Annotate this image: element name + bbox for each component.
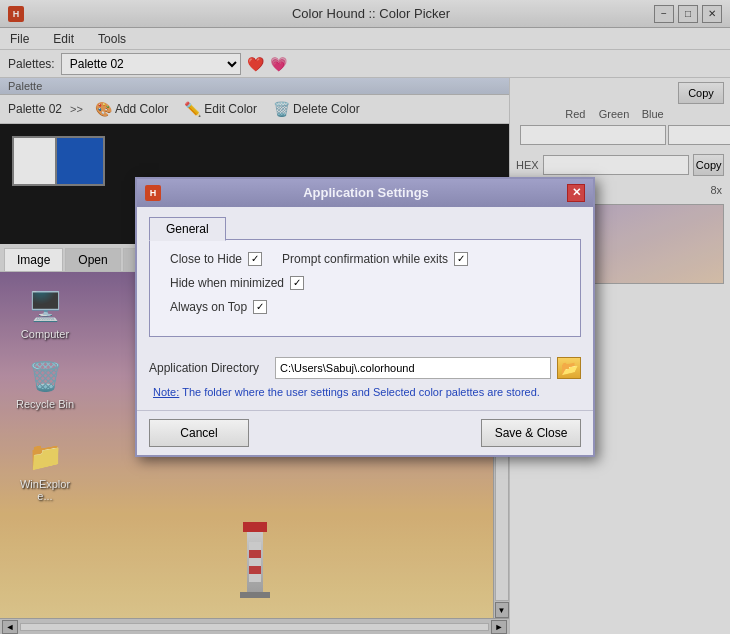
settings-dialog: H Application Settings ✕ General Close t… [135, 177, 595, 457]
cancel-button[interactable]: Cancel [149, 419, 249, 447]
close-to-hide-setting: Close to Hide ✓ [170, 252, 262, 266]
settings-row-2: Hide when minimized ✓ [170, 276, 560, 290]
app-dir-row: Application Directory 📂 [149, 357, 581, 379]
app-dir-input[interactable] [275, 357, 551, 379]
settings-row-3: Always on Top ✓ [170, 300, 560, 314]
dialog-body: General Close to Hide ✓ Prompt confirmat… [137, 207, 593, 347]
dialog-titlebar: H Application Settings ✕ [137, 179, 593, 207]
settings-row-1: Close to Hide ✓ Prompt confirmation whil… [170, 252, 560, 266]
dialog-close-button[interactable]: ✕ [567, 184, 585, 202]
app-dir-section: Application Directory 📂 Note: The folder… [137, 347, 593, 410]
folder-browse-button[interactable]: 📂 [557, 357, 581, 379]
prompt-confirmation-checkbox[interactable]: ✓ [454, 252, 468, 266]
note-text: The folder where the user settings and S… [182, 386, 540, 398]
hide-minimized-checkbox[interactable]: ✓ [290, 276, 304, 290]
app-dir-label: Application Directory [149, 361, 269, 375]
note-underline: Note: [153, 386, 179, 398]
prompt-confirmation-label: Prompt confirmation while exits [282, 252, 448, 266]
save-close-button[interactable]: Save & Close [481, 419, 581, 447]
modal-overlay: H Application Settings ✕ General Close t… [0, 0, 730, 634]
close-to-hide-label: Close to Hide [170, 252, 242, 266]
prompt-confirmation-setting: Prompt confirmation while exits ✓ [282, 252, 468, 266]
app-dir-note: Note: The folder where the user settings… [149, 385, 581, 400]
tab-general[interactable]: General [149, 217, 226, 241]
close-to-hide-checkbox[interactable]: ✓ [248, 252, 262, 266]
settings-section: Close to Hide ✓ Prompt confirmation whil… [149, 239, 581, 337]
dialog-title: Application Settings [165, 185, 567, 200]
hide-minimized-setting: Hide when minimized ✓ [170, 276, 304, 290]
always-on-top-checkbox[interactable]: ✓ [253, 300, 267, 314]
dialog-app-icon: H [150, 188, 157, 198]
dialog-footer: Cancel Save & Close [137, 410, 593, 455]
always-on-top-setting: Always on Top ✓ [170, 300, 267, 314]
always-on-top-label: Always on Top [170, 300, 247, 314]
hide-minimized-label: Hide when minimized [170, 276, 284, 290]
